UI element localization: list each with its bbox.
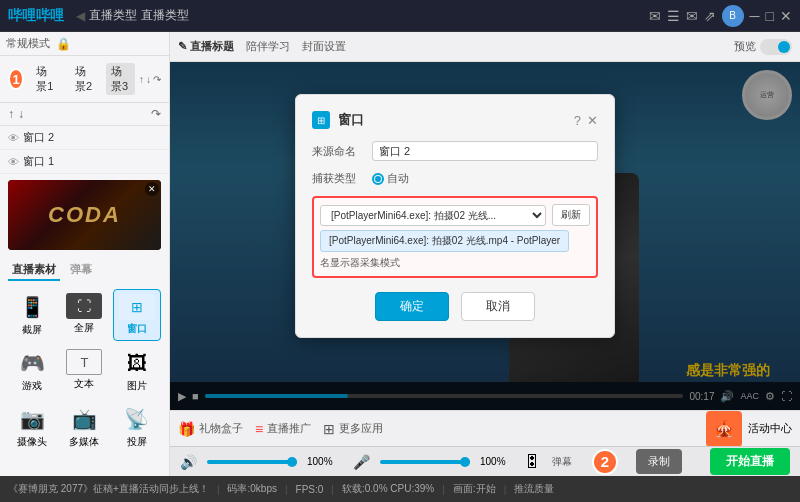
- status-stream-name: 《赛博朋克 2077》征稿+直播活动同步上线！: [8, 482, 209, 496]
- tab-cover[interactable]: 封面设置: [302, 39, 346, 54]
- source-item-cast[interactable]: 📡 投屏: [113, 401, 161, 453]
- source-name-image: 图片: [127, 379, 147, 393]
- radio-auto[interactable]: [372, 173, 384, 185]
- thumbnail-close-btn[interactable]: ✕: [145, 182, 159, 196]
- scene-tab-3[interactable]: 场景3: [106, 63, 135, 95]
- dialog-help-icon[interactable]: ?: [574, 113, 581, 128]
- fullscreen-icon: ⛶: [66, 293, 102, 319]
- top-bar-mode[interactable]: 直播类型: [89, 7, 137, 24]
- tabs-row: ✎ 直播标题 陪伴学习 封面设置 预览: [170, 32, 800, 62]
- source-item-text[interactable]: T 文本: [60, 345, 108, 397]
- layer-add-btn[interactable]: ↷: [151, 107, 161, 121]
- activity-icon-btn[interactable]: 🎪: [706, 411, 742, 447]
- source-tab-danmaku[interactable]: 弹幕: [66, 260, 96, 281]
- source-item-image[interactable]: 🖼 图片: [113, 345, 161, 397]
- layer-label-window2: 窗口 2: [23, 130, 54, 145]
- coda-image: CODA: [8, 180, 161, 250]
- layer-item-window2[interactable]: 👁 窗口 2: [0, 126, 169, 150]
- badge2-container: 2: [592, 449, 618, 475]
- share-icon[interactable]: ⇗: [704, 8, 716, 24]
- source-item-screenshot[interactable]: 📱 截屏: [8, 289, 56, 341]
- dialog-close-icon[interactable]: ✕: [587, 113, 598, 128]
- layer-down-btn[interactable]: ↓: [18, 107, 24, 121]
- coda-thumbnail[interactable]: CODA ✕: [8, 180, 161, 250]
- mic-volume-slider[interactable]: [380, 460, 470, 464]
- status-stream-rate: 推流质量: [514, 482, 554, 496]
- dialog-controls: ? ✕: [574, 113, 598, 128]
- sort-up-icon[interactable]: ↑: [139, 74, 144, 85]
- layer-up-btn[interactable]: ↑: [8, 107, 14, 121]
- mail-icon2[interactable]: ✉: [686, 8, 698, 24]
- window-select[interactable]: [PotPlayerMini64.exe]: 拍摄02 光线...: [320, 205, 546, 226]
- window-option[interactable]: [PotPlayerMini64.exe]: 拍摄02 光线.mp4 - Pot…: [320, 230, 569, 252]
- video-area: 逆光 运营 感是非常强的 ▶ ■: [170, 62, 800, 410]
- source-item-fullscreen[interactable]: ⛶ 全屏: [60, 289, 108, 341]
- record-btn[interactable]: 录制: [636, 449, 682, 474]
- tab-companion[interactable]: 陪伴学习: [246, 39, 290, 54]
- toolbar-gift[interactable]: 🎁 礼物盒子: [178, 421, 243, 437]
- source-item-game[interactable]: 🎮 游戏: [8, 345, 56, 397]
- scene-tab-2[interactable]: 场景2: [67, 62, 102, 96]
- envelope-icon[interactable]: ✉: [649, 8, 661, 24]
- mic-vol-label: 100%: [480, 456, 510, 467]
- sort-down-icon[interactable]: ↓: [146, 74, 151, 85]
- status-divider-5: |: [504, 484, 507, 495]
- start-live-btn[interactable]: 开始直播: [710, 448, 790, 475]
- toolbar-apps[interactable]: ⊞ 更多应用: [323, 421, 383, 437]
- source-item-media[interactable]: 📺 多媒体: [60, 401, 108, 453]
- capture-auto-radio[interactable]: 自动: [372, 171, 409, 186]
- eye-icon-window1[interactable]: 👁: [8, 156, 19, 168]
- text-icon: T: [66, 349, 102, 375]
- speaker-volume-slider[interactable]: [207, 460, 297, 464]
- audio-row: 🔊 100% 🎤 100% 🎛 弹幕 2 录: [170, 446, 800, 476]
- badge-2: 2: [592, 449, 618, 475]
- dialog-ok-btn[interactable]: 确定: [375, 292, 449, 321]
- status-divider-2: |: [285, 484, 288, 495]
- preview-switch[interactable]: [760, 39, 792, 55]
- speaker-vol-label: 100%: [307, 456, 337, 467]
- status-encoder: 画面:开始: [453, 482, 496, 496]
- source-tab-live[interactable]: 直播素材: [8, 260, 60, 281]
- maximize-icon[interactable]: □: [766, 8, 774, 24]
- eye-icon-window2[interactable]: 👁: [8, 132, 19, 144]
- refresh-btn[interactable]: 刷新: [552, 204, 590, 226]
- source-label-row: 直播素材 弹幕: [0, 256, 169, 283]
- dialog-footer: 确定 取消: [312, 292, 598, 321]
- scene-tabs: 1 场景1 场景2 场景3 ↑ ↓ ↷: [0, 56, 169, 103]
- equalizer-icon[interactable]: 🎛: [524, 453, 540, 471]
- source-item-window[interactable]: ⊞ 窗口: [113, 289, 161, 341]
- game-icon: 🎮: [14, 349, 50, 377]
- add-scene-icon[interactable]: ↷: [153, 74, 161, 85]
- media-icon: 📺: [66, 405, 102, 433]
- capture-type-row: 捕获类型 自动: [312, 171, 598, 186]
- speaker-icon: 🔊: [180, 454, 197, 470]
- settings-icon[interactable]: ☰: [667, 8, 680, 24]
- scene-number-badge: 1: [8, 68, 24, 90]
- coda-text: CODA: [48, 202, 121, 228]
- mic-slider-container: [380, 460, 470, 464]
- layer-label-window1: 窗口 1: [23, 154, 54, 169]
- source-name-text: 文本: [74, 377, 94, 391]
- edit-icon: ✎: [178, 40, 187, 53]
- minimize-icon[interactable]: ─: [750, 8, 760, 24]
- tab-live-title[interactable]: ✎ 直播标题: [178, 39, 234, 54]
- dialog-cancel-btn[interactable]: 取消: [461, 292, 535, 321]
- source-name-input[interactable]: [372, 141, 598, 161]
- layer-controls: ↑ ↓ ↷: [0, 103, 169, 126]
- layer-item-window1[interactable]: 👁 窗口 1: [0, 150, 169, 174]
- bottom-toolbar: 🎁 礼物盒子 ≡ 直播推广 ⊞ 更多应用 🎪 活动中心: [170, 410, 800, 446]
- avatar[interactable]: B: [722, 5, 744, 27]
- dialog-header: ⊞ 窗口 ? ✕: [312, 111, 598, 129]
- speaker-slider-container: [207, 460, 297, 464]
- status-fps: FPS:0: [296, 484, 324, 495]
- scene-tab-1[interactable]: 场景1: [28, 62, 63, 96]
- toolbar-broadcast[interactable]: ≡ 直播推广: [255, 421, 311, 437]
- status-divider-1: |: [217, 484, 220, 495]
- close-icon[interactable]: ✕: [780, 8, 792, 24]
- mic-icon: 🎤: [353, 454, 370, 470]
- top-bar-right: ✉ ☰ ✉ ⇗ B ─ □ ✕: [649, 5, 792, 27]
- preview-label: 预览: [734, 39, 756, 54]
- source-name-label: 来源命名: [312, 144, 372, 159]
- source-item-camera[interactable]: 📷 摄像头: [8, 401, 56, 453]
- more-options: 名显示器采集模式: [320, 256, 590, 270]
